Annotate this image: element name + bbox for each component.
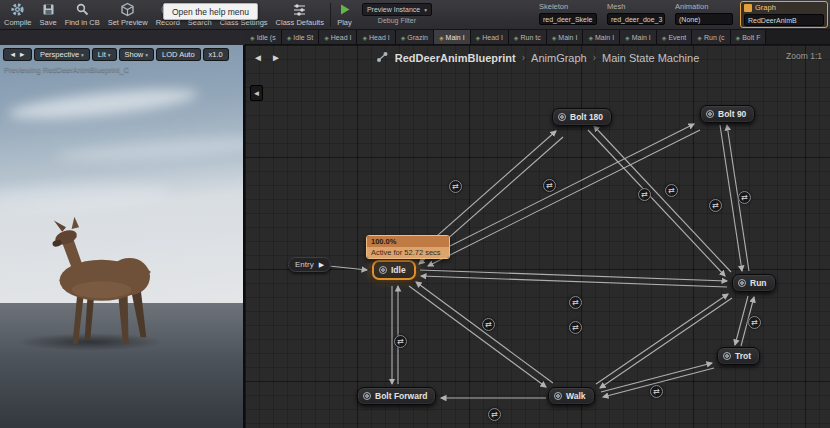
state-node-bolt-forward[interactable]: Bolt Forward xyxy=(357,387,436,405)
play-button[interactable]: Play xyxy=(333,0,356,30)
preview-instance-combo: Preview Instance ▾ Debug Filter xyxy=(362,0,432,24)
set-preview-label: Set Preview xyxy=(108,18,148,27)
sliders-icon xyxy=(292,2,307,17)
breadcrumb-current[interactable]: Main State Machine xyxy=(602,52,699,64)
active-state-tooltip: 100.0% Active for 52.72 secs xyxy=(366,235,450,259)
graph-tab[interactable]: ◈Main I xyxy=(620,30,657,45)
mode-tab-mesh[interactable]: Mesh red_deer_doe_3 xyxy=(604,1,668,28)
save-button[interactable]: Save xyxy=(36,0,61,30)
breadcrumb: RedDeerAnimBlueprint › AnimGraph › Main … xyxy=(245,51,830,64)
collapse-panel-arrow[interactable]: ◄ xyxy=(250,85,263,101)
mesh-cube-icon xyxy=(120,2,135,17)
transition-rule-icon[interactable]: ⇄ xyxy=(738,191,751,204)
state-machine-graph-canvas[interactable]: ⇄ ⇄ ⇄ ⇄ ⇄ ⇄ ⇄ ⇄ ⇄ ⇄ ⇄ ⇄ ⇄ Bolt 180 Bolt … xyxy=(245,45,830,428)
anim-blueprint-editor: Compile Save Find in CB Set Preview Reco xyxy=(0,0,830,428)
back-icon[interactable]: ◄ xyxy=(9,50,16,59)
find-in-cb-button[interactable]: Find in CB xyxy=(61,0,104,30)
show-dropdown[interactable]: Show ▾ xyxy=(119,48,155,61)
state-node-trot[interactable]: Trot xyxy=(717,347,760,365)
active-percent: 100.0% xyxy=(367,236,449,247)
graph-tab[interactable]: ◈Run tc xyxy=(509,30,547,45)
transition-rule-icon[interactable]: ⇄ xyxy=(543,179,556,192)
graph-tab[interactable]: ◈Bolt F xyxy=(731,30,767,45)
mode-tab-skeleton[interactable]: Skeleton red_deer_Skele xyxy=(536,1,600,28)
search-icon xyxy=(75,2,90,17)
state-node-walk[interactable]: Walk xyxy=(548,387,595,405)
mesh-asset-value[interactable]: red_deer_doe_3 xyxy=(607,13,665,25)
state-node-idle[interactable]: Idle xyxy=(372,260,416,280)
save-icon xyxy=(41,2,56,17)
transition-rule-icon[interactable]: ⇄ xyxy=(569,296,582,309)
breadcrumb-separator: › xyxy=(522,52,525,63)
preview-instance-dropdown[interactable]: Preview Instance ▾ xyxy=(362,3,432,16)
transition-rule-icon[interactable]: ⇄ xyxy=(650,385,663,398)
toolbar-separator xyxy=(330,3,331,27)
mesh-mode-label: Mesh xyxy=(607,2,665,11)
state-node-bolt-90[interactable]: Bolt 90 xyxy=(700,105,755,123)
transition-rule-icon[interactable]: ⇄ xyxy=(709,199,722,212)
editor-modes: Skeleton red_deer_Skele Mesh red_deer_do… xyxy=(536,1,828,28)
transition-rule-icon[interactable]: ⇄ xyxy=(482,318,495,331)
compile-label: Compile xyxy=(4,18,32,27)
graph-tab[interactable]: ◈Head I xyxy=(319,30,357,45)
breadcrumb-separator: › xyxy=(593,52,596,63)
graph-tab[interactable]: ◈Main I xyxy=(583,30,620,45)
graph-header: ◄ ► RedDeerAnimBlueprint › AnimGraph › M… xyxy=(245,45,830,75)
transition-rule-icon[interactable]: ⇄ xyxy=(449,180,462,193)
lit-dropdown[interactable]: Lit ▾ xyxy=(92,48,117,61)
compile-button[interactable]: Compile xyxy=(0,0,36,30)
graph-tab[interactable]: ◈Run (c xyxy=(692,30,730,45)
transition-rule-icon[interactable]: ⇄ xyxy=(569,321,582,334)
graph-tab-active[interactable]: ◈Main I xyxy=(434,30,471,45)
graph-tab[interactable]: ◈Idle (s xyxy=(245,30,282,45)
graph-tab[interactable]: ◈Main I xyxy=(547,30,584,45)
set-preview-button[interactable]: Set Preview xyxy=(104,0,152,30)
breadcrumb-animgraph[interactable]: AnimGraph xyxy=(531,52,587,64)
class-defaults-button[interactable]: Class Defaults xyxy=(272,0,328,30)
save-label: Save xyxy=(40,18,57,27)
graph-tab[interactable]: ◈Event xyxy=(657,30,693,45)
lod-auto-button[interactable]: LOD Auto xyxy=(156,48,201,61)
state-icon xyxy=(558,113,566,121)
state-icon xyxy=(363,392,371,400)
find-in-cb-label: Find in CB xyxy=(65,18,100,27)
mode-tab-animation[interactable]: Animation (None) xyxy=(672,1,736,28)
viewport-nav-buttons[interactable]: ◄ ► xyxy=(3,48,32,61)
state-node-run[interactable]: Run xyxy=(732,274,776,292)
animation-asset-value[interactable]: (None) xyxy=(675,13,733,25)
graph-tab[interactable]: ◈Grazin xyxy=(396,30,434,45)
skeleton-asset-value[interactable]: red_deer_Skele xyxy=(539,13,597,25)
transition-rule-icon[interactable]: ⇄ xyxy=(748,316,761,329)
breadcrumb-root[interactable]: RedDeerAnimBlueprint xyxy=(395,52,516,64)
graph-tab-icon: ◈ xyxy=(324,34,329,41)
preview-viewport[interactable]: ◄ ► Perspective ▾ Lit ▾ Show ▾ LOD Auto … xyxy=(0,45,245,428)
entry-output-pin[interactable]: ▶ xyxy=(319,261,324,269)
graph-tab-icon: ◈ xyxy=(697,34,702,41)
transition-rule-icon[interactable]: ⇄ xyxy=(665,184,678,197)
debug-filter-label: Debug Filter xyxy=(378,17,416,24)
graph-asset-value[interactable]: RedDeerAnimB xyxy=(744,14,824,26)
skeleton-mode-label: Skeleton xyxy=(539,2,597,11)
state-icon xyxy=(738,279,746,287)
perspective-dropdown[interactable]: Perspective ▾ xyxy=(34,48,90,61)
help-menu-button[interactable]: Open the help menu xyxy=(163,3,258,20)
chevron-down-icon: ▾ xyxy=(81,52,84,58)
compile-icon xyxy=(10,2,25,17)
mode-tab-graph[interactable]: Graph RedDeerAnimB xyxy=(740,1,828,28)
graph-mode-label: Graph xyxy=(755,3,776,12)
graph-tab[interactable]: ◈Head I xyxy=(471,30,509,45)
graph-mode-icon xyxy=(744,4,752,12)
entry-node[interactable]: Entry ▶ xyxy=(288,257,331,272)
transition-rule-icon[interactable]: ⇄ xyxy=(394,335,407,348)
transition-rule-icon[interactable]: ⇄ xyxy=(488,408,501,421)
graph-tab-icon: ◈ xyxy=(552,34,557,41)
playback-speed-button[interactable]: x1.0 xyxy=(203,48,229,61)
forward-icon[interactable]: ► xyxy=(18,50,25,59)
transition-rule-icon[interactable]: ⇄ xyxy=(638,188,651,201)
graph-tab-icon: ◈ xyxy=(250,34,255,41)
state-machine-icon xyxy=(376,51,389,64)
graph-tab[interactable]: ◈Head I xyxy=(357,30,395,45)
state-node-bolt-180[interactable]: Bolt 180 xyxy=(552,108,612,126)
graph-tab[interactable]: ◈Idle St xyxy=(282,30,319,45)
state-icon xyxy=(554,392,562,400)
